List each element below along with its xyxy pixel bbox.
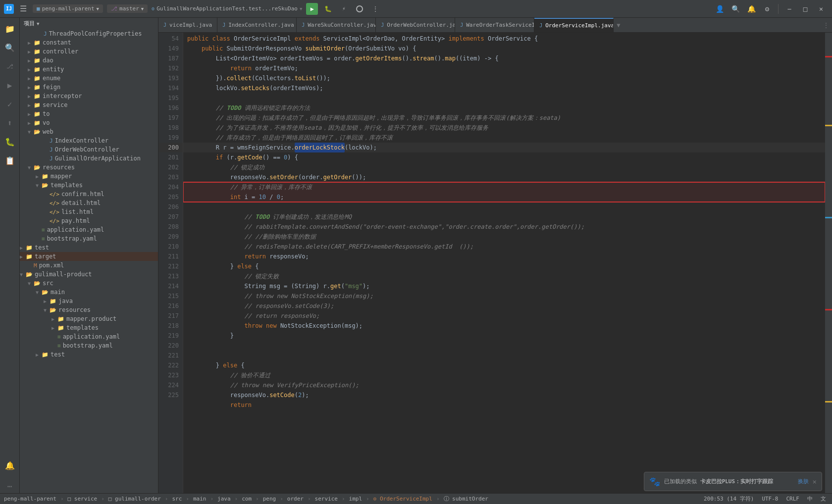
tree-item-threadpool[interactable]: J ThreadPoolConfigProperties xyxy=(20,29,158,38)
tree-item-list[interactable]: </> list.html xyxy=(20,207,158,216)
breadcrumb-item[interactable]: □ gulimall-order xyxy=(108,496,161,502)
tree-item-gulimall-product[interactable]: ▼ 📂 gulimall-product xyxy=(20,270,158,279)
tree-item-bootstrap[interactable]: ≡ bootstrap.yaml xyxy=(20,234,158,243)
tab-orderwebcontroller[interactable]: J OrderWebController.java xyxy=(376,18,455,32)
tree-item-test[interactable]: ▶ 📁 test xyxy=(20,243,158,252)
tree-item-mapper[interactable]: ▶ 📁 mapper xyxy=(20,172,158,181)
breadcrumb-item[interactable]: order xyxy=(287,496,304,502)
breadcrumb-item[interactable]: peng-mall-parent xyxy=(4,496,56,502)
tab-overflow-button[interactable]: ▼ xyxy=(614,18,623,32)
breadcrumb-item[interactable]: peng xyxy=(263,496,276,502)
tree-item-templates-product[interactable]: ▶ 📁 templates xyxy=(20,323,158,332)
search-button[interactable]: 🔍 xyxy=(728,3,742,14)
tree-item-src-product[interactable]: ▼ 📂 src xyxy=(20,279,158,288)
tree-item-target[interactable]: ▶ 📁 target xyxy=(20,252,158,261)
more-run-button[interactable]: ⋮ xyxy=(369,3,381,15)
breadcrumb-item[interactable]: ⊙ OrderServiceImpl xyxy=(373,496,432,502)
app-icon: IJ xyxy=(4,4,14,14)
branch-icon: ⎇ xyxy=(111,5,117,12)
run-config-dropdown[interactable]: ▼ xyxy=(300,6,302,11)
folder-icon: 📂 xyxy=(34,164,41,171)
settings-button[interactable]: ⚙ xyxy=(760,3,774,14)
project-badge[interactable]: ■ peng-mall-parent ▼ xyxy=(33,4,103,13)
tree-item-interceptor[interactable]: ▶ 📁 interceptor xyxy=(20,92,158,101)
breadcrumb-item[interactable]: impl xyxy=(349,496,363,502)
sidebar-commit-button[interactable]: ⬆ xyxy=(1,114,19,132)
tree-item-test-product[interactable]: ▶ 📁 test xyxy=(20,350,158,359)
sidebar-debug-button[interactable]: 🐛 xyxy=(1,133,19,151)
branch-badge[interactable]: ⎇ master ▼ xyxy=(107,4,148,13)
breadcrumb-item[interactable]: src xyxy=(172,496,182,502)
notification-close-button[interactable]: × xyxy=(813,478,817,486)
breadcrumb-item[interactable]: java xyxy=(217,496,231,502)
tab-orderserviceimpl[interactable]: J OrderServiceImpl.java ⚠20 △11 ✓2 × xyxy=(534,18,614,32)
debug-button[interactable]: 🐛 xyxy=(322,3,334,15)
code-line-199: // 库存成功了，但是由于网络原因回超时了，订单回滚，库存不滚 xyxy=(183,133,825,143)
tree-item-detail[interactable]: </> detail.html xyxy=(20,199,158,207)
breadcrumb-item[interactable]: com xyxy=(242,496,252,502)
tree-item-indexcontroller[interactable]: J IndexController xyxy=(20,136,158,145)
tree-item-mapper-product[interactable]: ▶ 📁 mapper.product xyxy=(20,314,158,323)
coverage-button[interactable]: ⚡ xyxy=(338,3,350,15)
status-crlf[interactable]: UTF-8 xyxy=(760,496,780,502)
tree-item-pom[interactable]: M pom.xml xyxy=(20,261,158,270)
tree-item-appyaml[interactable]: ≡ application.yaml xyxy=(20,225,158,234)
tree-item-label: pom.xml xyxy=(39,262,64,269)
sidebar-more-button[interactable]: … xyxy=(1,475,19,493)
tree-item-resources[interactable]: ▼ 📂 resources xyxy=(20,163,158,172)
tree-item-controller[interactable]: ▶ 📁 controller xyxy=(20,47,158,56)
close-button[interactable]: × xyxy=(814,3,828,14)
tree-item-templates[interactable]: ▼ 📂 templates xyxy=(20,181,158,190)
sidebar-notifications-button[interactable]: 🔔 xyxy=(1,456,19,474)
status-encoding[interactable]: CRLF xyxy=(784,496,802,502)
tree-item-app-product[interactable]: ≡ application.yaml xyxy=(20,332,158,341)
tree-item-enume[interactable]: ▶ 📁 enume xyxy=(20,74,158,83)
tab-indexcontroller[interactable]: J IndexController.java xyxy=(217,18,297,32)
tree-item-java-product[interactable]: ▶ 📁 java xyxy=(20,297,158,305)
sidebar-check-button[interactable]: ✓ xyxy=(1,95,19,113)
run-button[interactable]: ▶ xyxy=(306,3,318,15)
tree-item-resources-product[interactable]: ▼ 📂 resources xyxy=(20,305,158,314)
tab-split-button[interactable]: ⋮ xyxy=(823,22,829,29)
line-num-210: 210 xyxy=(158,242,183,252)
status-position[interactable]: 200:53 (14 字符) xyxy=(702,495,756,503)
tree-item-orderwebcontroller[interactable]: J OrderWebController xyxy=(20,145,158,154)
sidebar-todo-button[interactable]: 📋 xyxy=(1,151,19,169)
sidebar-search-button[interactable]: 🔍 xyxy=(1,39,19,56)
tree-item-constant[interactable]: ▶ 📁 constant xyxy=(20,38,158,47)
tree-item-boot-product[interactable]: ≡ bootstrap.yaml xyxy=(20,341,158,350)
tree-item-pay[interactable]: </> pay.html xyxy=(20,216,158,225)
tree-item-vo[interactable]: ▶ 📁 vo xyxy=(20,118,158,127)
menu-button[interactable]: ☰ xyxy=(18,4,29,13)
tab-viceimpl[interactable]: J viceImpl.java xyxy=(158,18,217,32)
tree-item-service[interactable]: ▶ 📁 service xyxy=(20,101,158,109)
status-indent[interactable]: 中 xyxy=(805,495,815,503)
breadcrumb-item[interactable]: □ service xyxy=(68,496,98,502)
code-view[interactable]: public class OrderServiceImpl extends Se… xyxy=(183,33,825,493)
html-file-icon: </> xyxy=(50,218,59,224)
tree-item-confirm[interactable]: </> confirm.html xyxy=(20,190,158,199)
sidebar-git-button[interactable]: ⎇ xyxy=(1,57,19,75)
notifications-button[interactable]: 🔔 xyxy=(744,3,758,14)
tree-item-dao[interactable]: ▶ 📁 dao xyxy=(20,56,158,65)
user-button[interactable]: 👤 xyxy=(713,3,727,14)
breadcrumb-item[interactable]: main xyxy=(193,496,207,502)
minimize-button[interactable]: − xyxy=(782,3,796,14)
breadcrumb-item[interactable]: ⓘ submitOrder xyxy=(444,495,488,503)
maximize-button[interactable]: □ xyxy=(798,3,812,14)
sidebar-files-button[interactable]: 📁 xyxy=(1,20,19,38)
notification-action-button[interactable]: 换肤 xyxy=(798,478,809,485)
tree-item-to[interactable]: ▶ 📁 to xyxy=(20,109,158,118)
line-num-203: 203 xyxy=(158,172,183,182)
profile-button[interactable] xyxy=(354,3,365,15)
tab-wareordertask[interactable]: J WareOrderTaskServiceImpl.java xyxy=(455,18,534,32)
tab-wareskucontroller[interactable]: J WareSkuController.java xyxy=(297,18,376,32)
sidebar-run-button[interactable]: ▶ xyxy=(1,76,19,94)
tree-item-feign[interactable]: ▶ 📁 feign xyxy=(20,83,158,92)
status-lang[interactable]: 文 xyxy=(819,495,828,503)
breadcrumb-item[interactable]: service xyxy=(315,496,338,502)
tree-item-main-product[interactable]: ▼ 📂 main xyxy=(20,288,158,297)
tree-item-gulimallapp[interactable]: J GulimallOrderApplication xyxy=(20,154,158,163)
tree-item-entity[interactable]: ▶ 📁 entity xyxy=(20,65,158,74)
tree-item-web[interactable]: ▼ 📂 web xyxy=(20,127,158,136)
